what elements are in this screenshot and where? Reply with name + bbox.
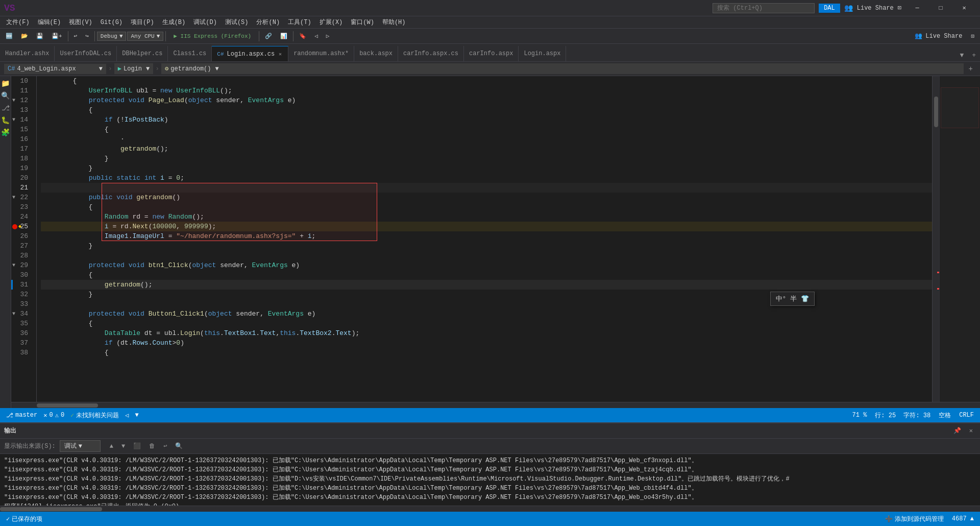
scrollbar-thumb[interactable] <box>934 97 938 127</box>
platform-label: Any CPU <box>131 33 154 39</box>
live-share-button[interactable]: 👥 Live Share <box>911 31 966 41</box>
right-scrollbar[interactable] <box>932 76 939 402</box>
code-line-25: i = rd.Next(100000, 999999); <box>41 222 932 231</box>
output-clear-btn[interactable]: 🗑 <box>146 441 158 451</box>
menu-file[interactable]: 文件(F) <box>2 16 34 29</box>
menu-test[interactable]: 测试(S) <box>221 16 253 29</box>
output-line-5: "iisexpress.exe"(CLR v4.0.30319: /LM/W3S… <box>4 493 976 502</box>
file-nav-dropdown[interactable]: C# 4_web_Login.aspx ▼ <box>4 64 106 74</box>
tab-carinfo-cs[interactable]: carInfo.aspx.cs <box>398 46 464 61</box>
h-scroll-thumb[interactable] <box>37 403 98 408</box>
horizontal-scrollbar[interactable] <box>11 402 980 408</box>
search-input[interactable] <box>713 3 815 13</box>
output-close-btn[interactable]: ✕ <box>966 426 976 436</box>
line-col-status[interactable]: 行: 25 字符: 38 <box>873 411 933 420</box>
sidebar-debug-icon[interactable]: 🐛 <box>1 115 11 125</box>
debug-config-dropdown[interactable]: Debug ▼ <box>97 32 127 41</box>
tab-login-aspx-cs[interactable]: C# Login.aspx.cs ✕ <box>212 46 288 61</box>
check-status[interactable]: ✓ 未找到相关问题 <box>68 411 121 420</box>
new-project-btn[interactable]: 🆕 <box>2 31 16 41</box>
separator-3 <box>165 31 166 41</box>
collapse-12[interactable]: ▼ <box>12 95 15 105</box>
collapse-14[interactable]: ▼ <box>12 115 15 125</box>
tab-userinfodal[interactable]: UserInfoDAL.cs <box>55 46 117 61</box>
code-line-30: { <box>41 270 932 280</box>
add-source-btn[interactable]: ➕ 添加到源代码管理 <box>883 515 946 523</box>
output-content[interactable]: "iisexpress.exe"(CLR v4.0.30319: /LM/W3S… <box>0 454 980 506</box>
sidebar-explorer-icon[interactable]: 📁 <box>1 78 11 88</box>
code-content[interactable]: { UserInfoBLL ubl = new UserInfoBLL(); p… <box>37 76 932 402</box>
collapse-29[interactable]: ▼ <box>12 260 15 270</box>
sidebar-git-icon[interactable]: ⎇ <box>1 103 11 113</box>
code-line-27: } <box>41 241 932 251</box>
menu-tools[interactable]: 工具(T) <box>284 16 315 29</box>
collapse-34[interactable]: ▼ <box>12 309 15 319</box>
tab-randomnum[interactable]: randomnum.ashx* <box>288 46 354 61</box>
tab-handler[interactable]: Handler.ashx <box>0 46 55 61</box>
platform-dropdown[interactable]: Any CPU ▼ <box>127 32 163 41</box>
zoom-level[interactable]: 71 % <box>850 412 869 419</box>
encoding-status[interactable]: CRLF <box>957 412 976 419</box>
tab-overflow-btn[interactable]: ▼ <box>955 50 968 61</box>
menu-help[interactable]: 帮助(H) <box>378 16 410 29</box>
class-nav-dropdown[interactable]: ▶ Login ▼ <box>114 63 153 74</box>
open-btn[interactable]: 📂 <box>17 31 32 41</box>
user-count[interactable]: 4687 ▲ <box>950 515 976 522</box>
tab-back[interactable]: back.aspx <box>354 46 398 61</box>
attach-btn[interactable]: 🔗 <box>261 31 276 41</box>
tab-carinfo[interactable]: carInfo.aspx <box>464 46 519 61</box>
nav-prev-issue[interactable]: ◁ <box>123 412 131 419</box>
menu-analyze[interactable]: 分析(N) <box>252 16 284 29</box>
tab-login-close[interactable]: ✕ <box>278 51 283 58</box>
tab-dbhelper[interactable]: DBHelper.cs <box>117 46 168 61</box>
bookmark-btn[interactable]: 🔖 <box>296 31 310 41</box>
output-h-scrollbar[interactable] <box>0 506 980 512</box>
output-source-dropdown[interactable]: 调试 ▼ <box>60 440 101 452</box>
add-source-label: 添加到源代码管理 <box>895 515 944 523</box>
output-pin-btn[interactable]: 📌 <box>950 426 964 436</box>
nav-add-btn[interactable]: + <box>966 64 976 74</box>
save-all-btn[interactable]: 💾+ <box>48 31 66 41</box>
method-nav-dropdown[interactable]: ⚙ getrandom() ▼ <box>161 63 964 74</box>
live-share-label[interactable]: Live Share <box>857 5 894 12</box>
menu-view[interactable]: 视图(V) <box>65 16 96 29</box>
sidebar-extensions-icon[interactable]: 🧩 <box>1 127 11 137</box>
nav-fwd-btn[interactable]: ▷ <box>323 31 333 41</box>
git-status[interactable]: ⎇ master <box>4 412 39 419</box>
profile-btn[interactable]: 📊 <box>277 31 291 41</box>
save-btn[interactable]: 💾 <box>33 31 47 41</box>
nav-back-btn[interactable]: ◁ <box>311 31 322 41</box>
line-14: ▼ 14 <box>11 115 32 125</box>
output-line-2: "iisexpress.exe"(CLR v4.0.30319: /LM/W3S… <box>4 465 976 474</box>
output-wrap-btn[interactable]: ↩ <box>160 441 170 451</box>
sidebar-search-icon[interactable]: 🔍 <box>1 90 11 101</box>
menu-debug[interactable]: 调试(D) <box>189 16 221 29</box>
run-btn[interactable]: ▶ IIS Express (Firefox) <box>168 31 257 41</box>
output-up-btn[interactable]: ▲ <box>107 442 116 451</box>
menu-window[interactable]: 窗口(W) <box>347 16 378 29</box>
menu-extensions[interactable]: 扩展(X) <box>315 16 347 29</box>
nav-next-issue[interactable]: ▼ <box>133 412 141 419</box>
menu-build[interactable]: 生成(B) <box>158 16 190 29</box>
undo-btn[interactable]: ↩ <box>70 31 81 41</box>
saved-status[interactable]: ✓ 已保存的项 <box>4 515 44 523</box>
tab-login-aspx[interactable]: Login.aspx <box>519 46 566 61</box>
feedback-btn[interactable]: ⊡ <box>967 31 978 41</box>
menu-project[interactable]: 项目(P) <box>127 16 158 29</box>
maximize-button[interactable]: □ <box>929 0 952 16</box>
menu-git[interactable]: Git(G) <box>96 17 127 28</box>
menu-edit[interactable]: 编辑(E) <box>34 16 65 29</box>
output-stop-btn[interactable]: ⬛ <box>130 441 144 451</box>
error-status[interactable]: ✕ 0 ⚠ 0 <box>41 412 66 419</box>
spaces-status[interactable]: 空格 <box>937 411 953 420</box>
redo-btn[interactable]: ↪ <box>82 31 92 41</box>
tab-add-btn[interactable]: + <box>968 50 980 61</box>
tab-back-label: back.aspx <box>359 50 393 57</box>
output-filter-btn[interactable]: 🔍 <box>172 441 186 451</box>
close-button[interactable]: ✕ <box>952 0 976 16</box>
collapse-22[interactable]: ▼ <box>12 193 15 202</box>
output-down-btn[interactable]: ▼ <box>118 442 128 451</box>
output-h-scroll-thumb[interactable] <box>0 507 102 511</box>
minimize-button[interactable]: ─ <box>905 0 929 16</box>
tab-class1[interactable]: Class1.cs <box>168 46 212 61</box>
